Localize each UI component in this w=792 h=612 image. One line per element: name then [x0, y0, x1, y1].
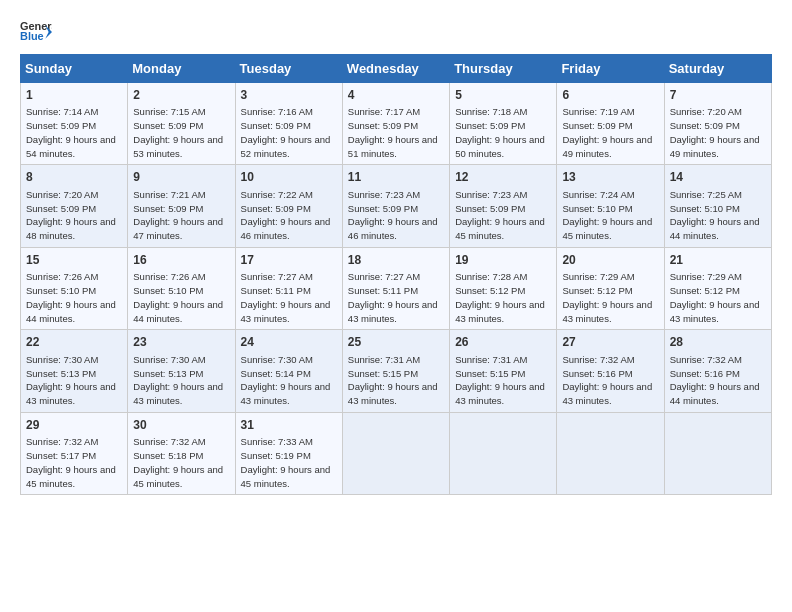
sunset: Sunset: 5:10 PM	[26, 285, 96, 296]
sunset: Sunset: 5:13 PM	[26, 368, 96, 379]
day-number: 4	[348, 87, 444, 104]
sunset: Sunset: 5:09 PM	[26, 203, 96, 214]
sunset: Sunset: 5:16 PM	[670, 368, 740, 379]
calendar-header-cell: Monday	[128, 55, 235, 83]
sunrise: Sunrise: 7:20 AM	[670, 106, 742, 117]
day-number: 6	[562, 87, 658, 104]
sunrise: Sunrise: 7:23 AM	[348, 189, 420, 200]
daylight: Daylight: 9 hours and 43 minutes.	[348, 299, 438, 324]
calendar-row: 22Sunrise: 7:30 AMSunset: 5:13 PMDayligh…	[21, 330, 772, 412]
sunrise: Sunrise: 7:32 AM	[26, 436, 98, 447]
daylight: Daylight: 9 hours and 46 minutes.	[348, 216, 438, 241]
sunrise: Sunrise: 7:32 AM	[562, 354, 634, 365]
calendar-cell	[450, 412, 557, 494]
calendar-cell: 14Sunrise: 7:25 AMSunset: 5:10 PMDayligh…	[664, 165, 771, 247]
calendar-cell: 19Sunrise: 7:28 AMSunset: 5:12 PMDayligh…	[450, 247, 557, 329]
calendar-cell: 26Sunrise: 7:31 AMSunset: 5:15 PMDayligh…	[450, 330, 557, 412]
sunrise: Sunrise: 7:32 AM	[670, 354, 742, 365]
calendar-row: 8Sunrise: 7:20 AMSunset: 5:09 PMDaylight…	[21, 165, 772, 247]
calendar-header-row: SundayMondayTuesdayWednesdayThursdayFrid…	[21, 55, 772, 83]
sunset: Sunset: 5:15 PM	[455, 368, 525, 379]
daylight: Daylight: 9 hours and 44 minutes.	[670, 216, 760, 241]
day-number: 31	[241, 417, 337, 434]
sunrise: Sunrise: 7:33 AM	[241, 436, 313, 447]
sunset: Sunset: 5:11 PM	[348, 285, 418, 296]
daylight: Daylight: 9 hours and 43 minutes.	[133, 381, 223, 406]
sunset: Sunset: 5:10 PM	[670, 203, 740, 214]
sunset: Sunset: 5:09 PM	[133, 203, 203, 214]
day-number: 2	[133, 87, 229, 104]
daylight: Daylight: 9 hours and 46 minutes.	[241, 216, 331, 241]
calendar-cell: 21Sunrise: 7:29 AMSunset: 5:12 PMDayligh…	[664, 247, 771, 329]
sunset: Sunset: 5:09 PM	[26, 120, 96, 131]
sunrise: Sunrise: 7:31 AM	[348, 354, 420, 365]
day-number: 9	[133, 169, 229, 186]
day-number: 29	[26, 417, 122, 434]
calendar-cell	[342, 412, 449, 494]
sunrise: Sunrise: 7:24 AM	[562, 189, 634, 200]
calendar-cell: 20Sunrise: 7:29 AMSunset: 5:12 PMDayligh…	[557, 247, 664, 329]
daylight: Daylight: 9 hours and 48 minutes.	[26, 216, 116, 241]
sunrise: Sunrise: 7:22 AM	[241, 189, 313, 200]
sunset: Sunset: 5:10 PM	[133, 285, 203, 296]
daylight: Daylight: 9 hours and 43 minutes.	[455, 381, 545, 406]
day-number: 16	[133, 252, 229, 269]
calendar-body: 1Sunrise: 7:14 AMSunset: 5:09 PMDaylight…	[21, 83, 772, 495]
sunrise: Sunrise: 7:19 AM	[562, 106, 634, 117]
daylight: Daylight: 9 hours and 52 minutes.	[241, 134, 331, 159]
calendar-cell: 27Sunrise: 7:32 AMSunset: 5:16 PMDayligh…	[557, 330, 664, 412]
calendar-cell: 7Sunrise: 7:20 AMSunset: 5:09 PMDaylight…	[664, 83, 771, 165]
calendar-row: 29Sunrise: 7:32 AMSunset: 5:17 PMDayligh…	[21, 412, 772, 494]
sunset: Sunset: 5:13 PM	[133, 368, 203, 379]
logo: General Blue	[20, 18, 52, 46]
day-number: 7	[670, 87, 766, 104]
day-number: 28	[670, 334, 766, 351]
sunset: Sunset: 5:12 PM	[670, 285, 740, 296]
sunset: Sunset: 5:19 PM	[241, 450, 311, 461]
day-number: 21	[670, 252, 766, 269]
day-number: 3	[241, 87, 337, 104]
sunrise: Sunrise: 7:23 AM	[455, 189, 527, 200]
daylight: Daylight: 9 hours and 44 minutes.	[26, 299, 116, 324]
calendar-cell	[664, 412, 771, 494]
day-number: 8	[26, 169, 122, 186]
daylight: Daylight: 9 hours and 49 minutes.	[562, 134, 652, 159]
calendar-cell: 1Sunrise: 7:14 AMSunset: 5:09 PMDaylight…	[21, 83, 128, 165]
calendar-cell: 11Sunrise: 7:23 AMSunset: 5:09 PMDayligh…	[342, 165, 449, 247]
calendar-cell: 17Sunrise: 7:27 AMSunset: 5:11 PMDayligh…	[235, 247, 342, 329]
day-number: 25	[348, 334, 444, 351]
calendar-cell: 23Sunrise: 7:30 AMSunset: 5:13 PMDayligh…	[128, 330, 235, 412]
calendar-cell: 9Sunrise: 7:21 AMSunset: 5:09 PMDaylight…	[128, 165, 235, 247]
calendar-cell: 4Sunrise: 7:17 AMSunset: 5:09 PMDaylight…	[342, 83, 449, 165]
calendar-cell: 31Sunrise: 7:33 AMSunset: 5:19 PMDayligh…	[235, 412, 342, 494]
daylight: Daylight: 9 hours and 43 minutes.	[562, 381, 652, 406]
calendar-header-cell: Saturday	[664, 55, 771, 83]
daylight: Daylight: 9 hours and 43 minutes.	[241, 381, 331, 406]
calendar-cell: 10Sunrise: 7:22 AMSunset: 5:09 PMDayligh…	[235, 165, 342, 247]
daylight: Daylight: 9 hours and 45 minutes.	[241, 464, 331, 489]
daylight: Daylight: 9 hours and 43 minutes.	[241, 299, 331, 324]
sunrise: Sunrise: 7:31 AM	[455, 354, 527, 365]
sunrise: Sunrise: 7:30 AM	[26, 354, 98, 365]
calendar-cell: 24Sunrise: 7:30 AMSunset: 5:14 PMDayligh…	[235, 330, 342, 412]
daylight: Daylight: 9 hours and 45 minutes.	[562, 216, 652, 241]
sunset: Sunset: 5:09 PM	[670, 120, 740, 131]
sunset: Sunset: 5:09 PM	[348, 120, 418, 131]
sunset: Sunset: 5:12 PM	[562, 285, 632, 296]
calendar-cell: 30Sunrise: 7:32 AMSunset: 5:18 PMDayligh…	[128, 412, 235, 494]
calendar-header-cell: Thursday	[450, 55, 557, 83]
daylight: Daylight: 9 hours and 45 minutes.	[455, 216, 545, 241]
sunset: Sunset: 5:09 PM	[562, 120, 632, 131]
sunset: Sunset: 5:17 PM	[26, 450, 96, 461]
sunset: Sunset: 5:11 PM	[241, 285, 311, 296]
day-number: 11	[348, 169, 444, 186]
sunrise: Sunrise: 7:27 AM	[241, 271, 313, 282]
sunrise: Sunrise: 7:32 AM	[133, 436, 205, 447]
day-number: 13	[562, 169, 658, 186]
daylight: Daylight: 9 hours and 43 minutes.	[670, 299, 760, 324]
sunset: Sunset: 5:09 PM	[241, 120, 311, 131]
logo-icon: General Blue	[20, 18, 52, 46]
sunset: Sunset: 5:09 PM	[455, 203, 525, 214]
header: General Blue	[20, 18, 772, 46]
sunset: Sunset: 5:15 PM	[348, 368, 418, 379]
